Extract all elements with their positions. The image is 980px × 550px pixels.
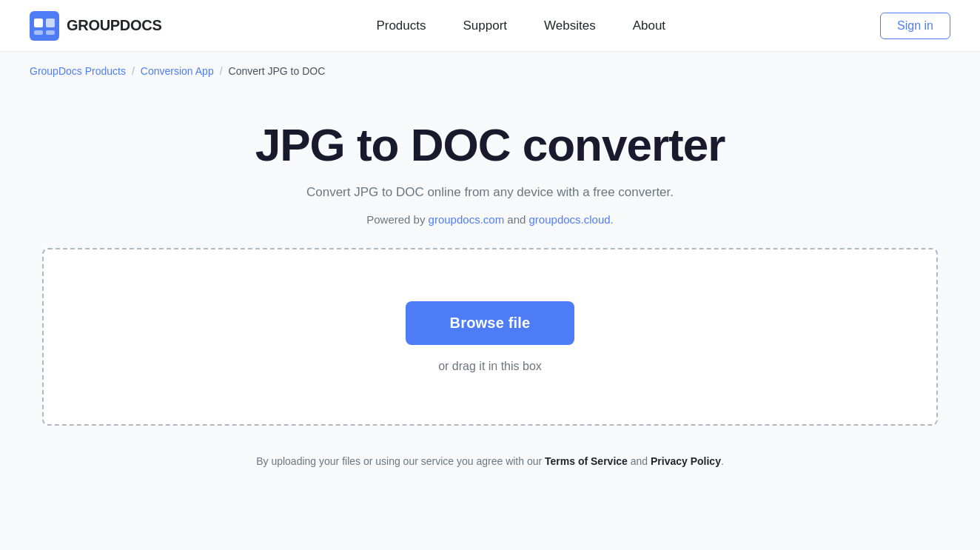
sign-in-button[interactable]: Sign in [880,13,950,39]
footer-note: By uploading your files or using our ser… [256,455,724,489]
footer-suffix: . [721,455,724,467]
terms-of-service-link[interactable]: Terms of Service [545,455,628,467]
logo-text: GROUPDOCS [67,17,161,34]
breadcrumb-item-1[interactable]: GroupDocs Products [30,65,126,77]
breadcrumb-item-2[interactable]: Conversion App [141,65,214,77]
drag-hint-text: or drag it in this box [438,360,542,373]
logo-link[interactable]: GROUPDOCS [30,11,161,41]
footer-and: and [628,455,651,467]
breadcrumb: GroupDocs Products / Conversion App / Co… [0,52,980,90]
breadcrumb-current: Convert JPG to DOC [229,65,326,77]
svg-rect-1 [34,19,43,27]
powered-by-text: Powered by groupdocs.com and groupdocs.c… [366,213,614,226]
powered-by-and: and [504,213,528,226]
nav-about[interactable]: About [633,19,665,33]
nav-websites[interactable]: Websites [544,19,596,33]
page-title: JPG to DOC converter [255,120,725,170]
breadcrumb-separator-2: / [220,65,223,77]
groupdocs-com-link[interactable]: groupdocs.com [429,213,505,226]
nav-products[interactable]: Products [376,19,426,33]
footer-prefix: By uploading your files or using our ser… [256,455,545,467]
main-content: JPG to DOC converter Convert JPG to DOC … [0,90,980,489]
svg-rect-4 [46,30,55,35]
main-nav: Products Support Websites About [376,19,665,33]
groupdocs-logo-icon [30,11,59,41]
header: GROUPDOCS Products Support Websites Abou… [0,0,980,52]
privacy-policy-link[interactable]: Privacy Policy [651,455,721,467]
nav-support[interactable]: Support [463,19,508,33]
page-subtitle: Convert JPG to DOC online from any devic… [306,185,674,200]
powered-by-prefix: Powered by [366,213,428,226]
breadcrumb-separator-1: / [132,65,135,77]
groupdocs-cloud-link[interactable]: groupdocs.cloud [529,213,611,226]
browse-file-button[interactable]: Browse file [406,301,575,345]
file-drop-zone[interactable]: Browse file or drag it in this box [42,248,938,426]
svg-rect-3 [34,30,43,35]
powered-by-suffix: . [611,213,614,226]
svg-rect-2 [46,19,55,27]
